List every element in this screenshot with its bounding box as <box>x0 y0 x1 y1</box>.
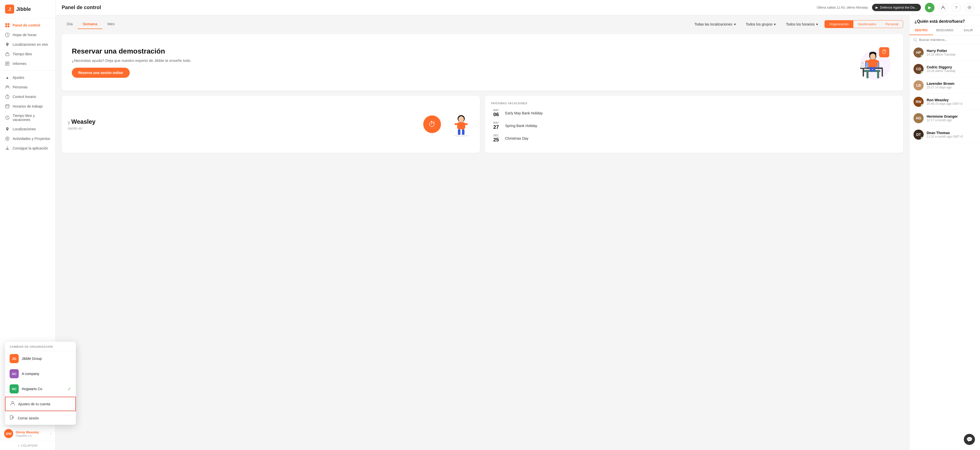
pin-icon <box>5 127 10 131</box>
member-avatar-cedric: CD <box>913 64 924 74</box>
org-item-hogwarts[interactable]: HC Hogwarts Co ✓ <box>5 381 76 396</box>
member-name-ron: Ron Weasley <box>927 98 976 102</box>
user-card-name: y Weasley <box>68 118 418 125</box>
member-avatar-harry: HP <box>913 48 924 57</box>
logout-label: Cerrar sesión <box>18 416 39 420</box>
member-search-input[interactable] <box>919 38 976 42</box>
org-item-jibble[interactable]: JG Jibble Group <box>5 351 76 366</box>
member-item-ron[interactable]: RW Ron Weasley 20:48 15 days ago GMT+2 <box>910 94 980 110</box>
timer-label: Defence Against the Da... <box>880 6 917 10</box>
svg-rect-43 <box>465 123 468 125</box>
svg-rect-4 <box>5 25 7 27</box>
member-name-dean: Dean Thomas <box>927 131 976 135</box>
sidebar-item-timesheets[interactable]: Hojas de horas <box>0 30 56 40</box>
card-illustration <box>449 112 474 137</box>
online-indicator <box>921 71 923 74</box>
tab-day[interactable]: Día <box>62 19 78 29</box>
org-badge-jibble: JG <box>10 354 19 363</box>
user-footer[interactable]: GW Ginny Weasley Hogwarts Co › <box>0 426 56 441</box>
logout-item[interactable]: Cerrar sesión <box>5 411 76 425</box>
sidebar-item-reports[interactable]: Informes <box>0 59 56 68</box>
location-icon <box>5 42 10 47</box>
who-tab-salir[interactable]: SALIR <box>956 26 980 35</box>
who-tab-descanso[interactable]: DESCANSO <box>933 26 956 35</box>
search-icon <box>913 38 917 42</box>
help-button[interactable]: ? <box>952 3 961 12</box>
sidebar-item-time-off[interactable]: Tiempo libre <box>0 49 56 59</box>
member-time-ron: 20:48 15 days ago GMT+2 <box>927 102 976 106</box>
svg-point-40 <box>458 116 464 122</box>
member-time-dean: 11:10 a month ago GMT+5 <box>927 135 976 138</box>
vacation-date-3: DEC 25 <box>491 134 501 143</box>
sidebar-item-vacation[interactable]: Tiempo libre y vacaciones <box>0 111 56 124</box>
sidebar-item-activities[interactable]: Actividades y Proyectos <box>0 134 56 143</box>
who-panel-title: ¿Quién está dentro/fuera? <box>910 15 980 26</box>
svg-rect-42 <box>455 123 458 125</box>
last-activity-status: Última salida 11:43, último Monday <box>817 6 868 10</box>
chat-button[interactable]: 💬 <box>964 434 975 445</box>
tab-month[interactable]: Mes <box>102 19 119 29</box>
member-item-hermione[interactable]: HG Hermione Granger 12:17 a month ago <box>910 110 980 127</box>
schedules-filter[interactable]: Todos los horarios ▾ <box>782 21 821 28</box>
chevron-left-icon: « <box>18 444 19 447</box>
sidebar-item-time-control[interactable]: Control horario <box>0 92 56 101</box>
user-org: Hogwarts Co <box>16 434 39 437</box>
demo-book-button[interactable]: Reserva una sesión online <box>72 68 130 78</box>
settings-button[interactable] <box>965 3 974 12</box>
vacation-name-3: Christmas Day <box>505 136 528 140</box>
topbar: Panel de control Última salida 11:43, úl… <box>56 0 980 15</box>
collapse-button[interactable]: « COLAPSAR <box>0 441 56 450</box>
member-name-harry: Harry Potter <box>927 49 976 53</box>
activities-icon <box>5 136 10 141</box>
report-icon <box>5 61 10 66</box>
sidebar-item-dashboard[interactable]: Panel de control <box>0 21 56 30</box>
demo-subtitle: ¿Necesitas ayuda? Deja que nuestro exper… <box>72 58 842 63</box>
member-avatar-ron: RW <box>913 97 924 107</box>
org-badge-acompany: AC <box>10 369 19 378</box>
play-button[interactable]: ▶ <box>925 3 934 13</box>
who-tab-dentro[interactable]: DENTRO <box>910 26 933 35</box>
svg-rect-2 <box>5 23 7 25</box>
content-area: Día Semana Mes Todas las localizaciones … <box>56 15 980 450</box>
sidebar-item-people[interactable]: Personas <box>0 82 56 92</box>
time-control-icon <box>5 94 10 99</box>
sidebar-item-locations[interactable]: Localizaciones <box>0 124 56 134</box>
sidebar-item-label: Consigue la aplicación <box>13 146 48 150</box>
sidebar-item-label: Localizaciones en vivo <box>13 43 48 46</box>
org-item-acompany[interactable]: AC A company <box>5 366 76 381</box>
sidebar-item-label: Tiempo libre y vacaciones <box>13 114 50 122</box>
svg-point-47 <box>12 401 14 404</box>
user-card-subtitle: sando en <box>68 126 418 130</box>
sidebar-item-settings[interactable]: ▲ Ajustes <box>0 73 56 82</box>
active-timer-button[interactable]: ▶ Defence Against the Da... <box>872 4 921 11</box>
svg-rect-45 <box>462 129 465 135</box>
svg-rect-19 <box>867 72 869 78</box>
member-info-harry: Harry Potter 14:16 último Tuesday <box>927 49 976 56</box>
view-managed-button[interactable]: Gestionados <box>853 21 881 28</box>
locations-filter[interactable]: Todas las localizaciones ▾ <box>691 21 739 28</box>
view-personal-button[interactable]: Personal <box>881 21 903 28</box>
sidebar-item-live-locations[interactable]: Localizaciones en vivo <box>0 40 56 49</box>
view-org-button[interactable]: Organización <box>825 21 853 28</box>
sidebar-item-get-app[interactable]: Consigue la aplicación <box>0 143 56 153</box>
member-item-harry[interactable]: HP Harry Potter 14:16 último Tuesday <box>910 44 980 61</box>
account-settings-item[interactable]: Ajustes de tu cuenta <box>5 397 76 411</box>
user-name: Ginny Weasley <box>16 430 39 434</box>
svg-point-46 <box>914 38 916 41</box>
user-profile-button[interactable] <box>939 3 948 12</box>
groups-filter[interactable]: Todos los grupos ▾ <box>742 21 780 28</box>
view-toggle: Organización Gestionados Personal <box>824 20 903 28</box>
chevron-down-icon: ▾ <box>816 22 818 26</box>
logo-area: J Jibble <box>0 0 56 19</box>
tab-week[interactable]: Semana <box>78 19 102 29</box>
svg-rect-32 <box>875 60 879 62</box>
member-item-lavender[interactable]: LB Lavender Brown 15:27 14 days ago <box>910 77 980 94</box>
member-time-hermione: 12:17 a month ago <box>927 119 976 122</box>
member-info-lavender: Lavender Brown 15:27 14 days ago <box>927 82 976 89</box>
member-item-dean[interactable]: DT Dean Thomas 11:10 a month ago GMT+5 <box>910 127 980 143</box>
sidebar-item-work-schedules[interactable]: Horarios de trabajo <box>0 101 56 111</box>
chevron-up-icon: ▲ <box>5 75 10 80</box>
svg-rect-31 <box>865 60 869 62</box>
member-item-cedric[interactable]: CD Cedric Diggory 10:29 último Tuesday <box>910 61 980 77</box>
svg-rect-34 <box>873 67 875 71</box>
